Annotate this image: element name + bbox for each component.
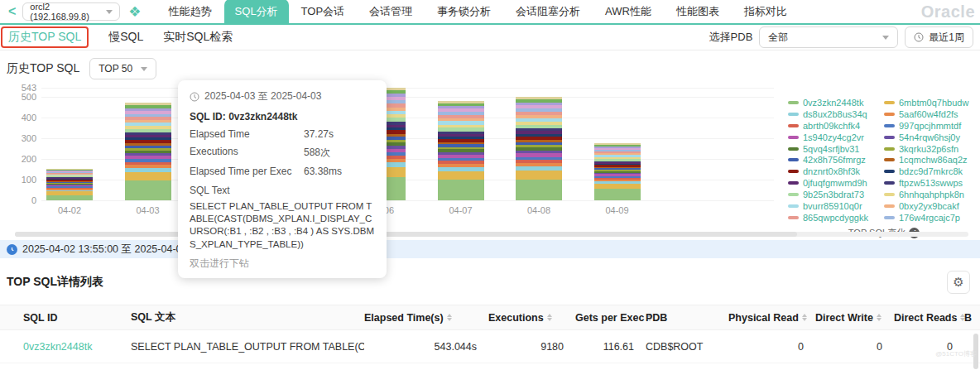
column-header-Direct Write[interactable]: Direct Write (815, 305, 894, 329)
column-header-SQL ID: SQL ID (23, 305, 131, 329)
legend-item-42x8h756fmrgz[interactable]: 42x8h756fmrgz (788, 154, 884, 166)
legend-item-0bxy2yx9bcakf[interactable]: 0bxy2yx9bcakf (884, 200, 980, 212)
y-axis-tick: 100 (3, 175, 36, 185)
main-tab-事务锁分析[interactable]: 事务锁分析 (425, 0, 503, 24)
stacked-bar-04-07[interactable] (438, 101, 484, 200)
metric-label: Executions (190, 146, 304, 160)
legend-label: 54n4rqw6hsj0y (899, 132, 960, 142)
legend-item-dnznrt0x8hf3k[interactable]: dnznrt0x8hf3k (788, 166, 884, 177)
column-label: Executions (488, 312, 544, 324)
column-label: SQL 文本 (131, 310, 175, 324)
legend-label: dnznrt0x8hf3k (803, 166, 860, 176)
scrollbar-thumb[interactable] (15, 232, 797, 237)
legend-item-5aaf60w4fd2fs[interactable]: 5aaf60w4fd2fs (884, 108, 980, 120)
legend-item-0jfuqfgmwmd9h[interactable]: 0jfuqfgmwmd9h (788, 177, 884, 189)
column-header-Gets per Exec[interactable]: Gets per Exec (575, 305, 646, 329)
legend-item-ftpzw513swwps[interactable]: ftpzw513swwps (884, 177, 980, 189)
column-header-Executions[interactable]: Executions (488, 305, 575, 329)
time-range-button[interactable]: 最近1周 (905, 26, 973, 48)
legend-label: bu1pdqv9ztsm1 (803, 224, 867, 226)
table-cell: 0 (728, 330, 815, 363)
legend-item-176w4rgcajc7p[interactable]: 176w4rgcajc7p (884, 212, 980, 223)
legend-label: 6mbtm0q7hbudw (899, 98, 968, 108)
sub-tab-慢SQL[interactable]: 慢SQL (108, 30, 143, 45)
sub-tab-实时SQL检索[interactable]: 实时SQL检索 (163, 30, 233, 45)
column-header-Physical Read[interactable]: Physical Read (728, 305, 815, 329)
bar-segment (438, 171, 484, 180)
instance-select[interactable]: orcl2 (192.168.99.8) (22, 2, 120, 21)
legend-marker (884, 101, 895, 104)
table-body: 0vz3zkn2448tkSELECT PLAN_TABLE_OUTPUT FR… (0, 330, 980, 363)
main-tab-会话管理[interactable]: 会话管理 (357, 0, 425, 24)
legend-marker (884, 181, 895, 185)
table-header-row: SQL IDSQL 文本Elapsed Time(s)ExecutionsGet… (0, 305, 980, 330)
legend-item-bvurr85910q0r[interactable]: bvurr85910q0r (788, 200, 884, 212)
legend-item-3kqrku32p6sfn[interactable]: 3kqrku32p6sfn (884, 143, 980, 155)
column-label: Elapsed Time(s) (364, 312, 444, 324)
legend-item-fychmk7jux803[interactable]: fychmk7jux803 (884, 223, 980, 226)
main-tab-SQL分析[interactable]: SQL分析 (224, 0, 289, 24)
sql-id-link[interactable]: 0vz3zkn2448tk (23, 330, 131, 363)
column-label: Direct Reads (894, 312, 957, 324)
legend-item-865qwpcdyggkk[interactable]: 865qwpcdyggkk (788, 212, 884, 223)
sort-icon[interactable] (547, 314, 552, 321)
instance-select-value: orcl2 (192.168.99.8) (30, 2, 106, 22)
main-tab-指标对比[interactable]: 指标对比 (732, 0, 800, 24)
main-tab-TOP会话[interactable]: TOP会话 (289, 0, 358, 24)
clock-icon (914, 32, 924, 42)
legend-item-bdzc9d7mkrc8k[interactable]: bdzc9d7mkrc8k (884, 166, 980, 177)
legend-marker (788, 113, 799, 116)
legend-item-ds8ux2b8us34q[interactable]: ds8ux2b8us34q (788, 108, 884, 120)
legend-label: ds8ux2b8us34q (803, 109, 867, 119)
legend-item-abrth09kchfk4[interactable]: abrth09kchfk4 (788, 120, 884, 132)
table-row: 0vz3zkn2448tkSELECT PLAN_TABLE_OUTPUT FR… (0, 330, 980, 363)
history-top-sql-chart-card: 历史TOP SQL TOP 50 543500400300200100004-0… (0, 50, 980, 238)
legend-label: fychmk7jux803 (899, 224, 959, 226)
metric-label: Elapsed Time (190, 128, 304, 140)
tooltip-metrics: Elapsed Time37.27sExecutions588次Elapsed … (190, 128, 375, 177)
sub-tab-历史TOP SQL[interactable]: 历史TOP SQL (1, 26, 89, 48)
legend-label: 0vz3zkn2448tk (803, 98, 863, 108)
table-settings-button[interactable]: ⚙ (947, 271, 970, 294)
column-header-Elapsed Time(s)[interactable]: Elapsed Time(s) (364, 305, 488, 329)
main-tab-性能图表[interactable]: 性能图表 (664, 0, 732, 24)
chart-horizontal-scrollbar[interactable] (15, 232, 968, 237)
pdb-select[interactable]: 全部 (759, 26, 898, 48)
legend-item-1s940zy4cg2vr[interactable]: 1s940zy4cg2vr (788, 132, 884, 143)
legend-item-bu1pdqv9ztsm1[interactable]: bu1pdqv9ztsm1 (788, 223, 884, 226)
app-diamond-icon[interactable]: ❖ (128, 3, 141, 21)
legend-label: 3kqrku32p6sfn (899, 144, 958, 154)
top-n-select[interactable]: TOP 50 (89, 58, 156, 79)
legend-item-5qvq4srfjbv31[interactable]: 5qvq4srfjbv31 (788, 143, 884, 155)
sort-icon[interactable] (447, 314, 452, 321)
legend-label: 1s940zy4cg2vr (803, 132, 864, 142)
stacked-bar-04-08[interactable] (516, 97, 562, 200)
stacked-bar-04-03[interactable] (125, 103, 171, 200)
gridline (41, 88, 774, 89)
column-header-Direct Reads[interactable]: Direct Reads (894, 305, 964, 329)
legend-marker (788, 158, 799, 161)
legend-item-997qpcjhmmtdf[interactable]: 997qpcjhmmtdf (884, 120, 980, 132)
main-tab-AWR性能[interactable]: AWR性能 (593, 0, 664, 24)
legend-item-1cqmchw86aq2z[interactable]: 1cqmchw86aq2z (884, 154, 980, 166)
sort-icon[interactable] (802, 314, 807, 321)
sort-icon[interactable] (877, 314, 882, 321)
legend-label: 42x8h756fmrgz (803, 155, 866, 165)
stacked-bar-04-09[interactable] (594, 143, 641, 200)
legend-item-9b25n3bdrat73[interactable]: 9b25n3bdrat73 (788, 189, 884, 200)
legend-marker (884, 136, 895, 139)
legend-item-6hnhqahphpk8n[interactable]: 6hnhqahphpk8n (884, 189, 980, 200)
main-tab-会话阻塞分析[interactable]: 会话阻塞分析 (503, 0, 593, 24)
x-axis-label: 04-02 (46, 205, 93, 215)
main-tab-性能趋势[interactable]: 性能趋势 (156, 0, 224, 24)
legend-item-54n4rqw6hsj0y[interactable]: 54n4rqw6hsj0y (884, 132, 980, 143)
tooltip-sql-id-label: SQL ID: (190, 111, 226, 123)
legend-marker (884, 147, 895, 151)
column-header-SQL 文本: SQL 文本 (131, 305, 364, 329)
legend-item-0vz3zkn2448tk[interactable]: 0vz3zkn2448tk (788, 97, 884, 108)
back-icon[interactable]: < (0, 4, 22, 19)
stacked-bar-04-02[interactable] (46, 169, 93, 200)
legend-label: 6hnhqahphpk8n (899, 190, 964, 199)
column-label: SQL ID (23, 312, 57, 324)
legend-item-6mbtm0q7hbudw[interactable]: 6mbtm0q7hbudw (884, 97, 980, 108)
